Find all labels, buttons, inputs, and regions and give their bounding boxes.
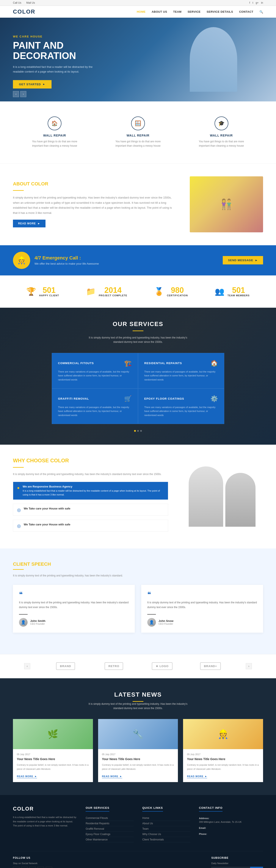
clients-prev-arrow: ‹ bbox=[24, 663, 30, 669]
social-facebook[interactable]: f bbox=[249, 1, 250, 4]
author-info-1: John Smith CEO Founder bbox=[30, 619, 46, 625]
nav-team[interactable]: TEAM bbox=[173, 10, 182, 13]
news-read-more-1[interactable]: READ MORE ► bbox=[17, 775, 37, 778]
hero-tag: WE CARE HOUSE bbox=[13, 35, 125, 38]
footer-link-home[interactable]: Home bbox=[142, 815, 190, 821]
why-item-1[interactable]: ● We are Responsive Business Agency It i… bbox=[13, 482, 168, 500]
footer-service-item-1[interactable]: Commercial Fitouts bbox=[86, 815, 134, 821]
stat-number-2: 2014 bbox=[99, 286, 127, 294]
emergency-subtitle: We offer the best advice to make your li… bbox=[34, 262, 99, 265]
why-item-2[interactable]: ◎ We Take care your House with safe bbox=[13, 504, 168, 516]
service-card-1: COMMERCIAL FITOUTS 🏗️ There are many var… bbox=[52, 353, 138, 389]
logo[interactable]: COLOR bbox=[13, 8, 35, 15]
nav-contact[interactable]: CONTACT bbox=[239, 10, 253, 13]
service-card-icon-4: ⚙️ bbox=[211, 395, 218, 402]
clients-prev-button[interactable]: ‹ bbox=[24, 663, 30, 669]
social-linkedin[interactable]: in bbox=[261, 1, 263, 4]
social-google[interactable]: g+ bbox=[256, 1, 259, 4]
stat-number-4: 501 bbox=[227, 286, 249, 294]
footer: COLOR It is a long established fact that… bbox=[0, 795, 276, 868]
stat-item-1: 🏆 501 HAPPY CLIENT bbox=[26, 286, 59, 297]
news-card-1: 🌿 05 July 2017 Your News Title Goes Here… bbox=[13, 719, 93, 782]
hero-next-button[interactable]: › bbox=[20, 91, 26, 97]
footer-contact-title: CONTACT INFO bbox=[199, 806, 223, 812]
author-name-1: John Smith bbox=[30, 619, 46, 622]
news-excerpt-1: Contrary to popular belief, is not simpl… bbox=[17, 763, 89, 771]
quote-icon-2: ❝ bbox=[147, 591, 257, 598]
nav-service-details[interactable]: SERVICE DETAILS bbox=[206, 10, 233, 13]
footer-link-clients[interactable]: Client Testimonials bbox=[142, 837, 190, 842]
clients-logos: ‹ BRAND RETRO ★ LOGO BRAND+ › bbox=[0, 654, 276, 678]
search-icon[interactable]: 🔍 bbox=[259, 10, 263, 13]
author-name-2: John Snow bbox=[159, 619, 173, 622]
social-youtube-footer[interactable]: yt bbox=[46, 867, 52, 868]
latest-news-header: LATEST NEWS It is simply dummy text of t… bbox=[13, 691, 263, 711]
dot-1[interactable] bbox=[134, 430, 136, 432]
news-title-1: Your News Title Goes Here bbox=[17, 757, 89, 761]
footer-service-item-4[interactable]: Epoxy Floor Coatings bbox=[86, 832, 134, 837]
service-icon-2: 🪟 bbox=[131, 117, 145, 130]
social-twitter-footer[interactable]: t bbox=[21, 867, 28, 868]
testimonials-section: CLIENT SPEECH It is simply dummy text of… bbox=[0, 549, 276, 654]
stat-number-1: 501 bbox=[39, 286, 59, 294]
footer-follow-section: Follow Us Stay on Social Network f t g+ … bbox=[13, 856, 52, 868]
footer-service-item-5[interactable]: Other Maintenance bbox=[86, 837, 134, 842]
author-avatar-2: 👤 bbox=[147, 618, 156, 627]
social-facebook-footer[interactable]: f bbox=[13, 867, 20, 868]
news-content-3: 05 July 2017 Your News Title Goes Here C… bbox=[183, 749, 263, 782]
header: COLOR HOME ABOUT US TEAM SERVICE SERVICE… bbox=[0, 6, 276, 18]
social-google-footer[interactable]: g+ bbox=[29, 867, 36, 868]
news-read-more-2[interactable]: READ MORE ► bbox=[102, 775, 122, 778]
service-card-header-1: COMMERCIAL FITOUTS 🏗️ bbox=[58, 360, 132, 367]
stat-text-2: 2014 PROJECT COMPLETE bbox=[99, 286, 127, 297]
client-logo-shape-1: BRAND bbox=[56, 662, 75, 670]
social-linkedin-footer[interactable]: in bbox=[37, 867, 44, 868]
nav-about[interactable]: ABOUT US bbox=[151, 10, 167, 13]
newsletter-subscribe-button[interactable]: JOIN bbox=[250, 867, 263, 868]
hero-description: It is a long established fact that a rea… bbox=[13, 65, 95, 74]
service-card-desc-3: There are many variations of passages of… bbox=[58, 405, 132, 417]
footer-address-label: Address: bbox=[199, 817, 210, 819]
mail-us-label: Mail Us bbox=[26, 1, 35, 4]
emergency-worker-icon: 👷 bbox=[13, 252, 30, 269]
news-date-1: 05 July 2017 bbox=[17, 753, 89, 755]
dot-2[interactable] bbox=[137, 430, 139, 432]
footer-service-item-2[interactable]: Residential Repaints bbox=[86, 821, 134, 826]
clients-next-button[interactable]: › bbox=[246, 663, 252, 669]
news-content-2: 05 July 2017 Your News Title Goes Here C… bbox=[98, 749, 178, 782]
why-item-3[interactable]: ◎ We Take care your House with safe bbox=[13, 520, 168, 532]
news-read-more-3[interactable]: READ MORE ► bbox=[187, 775, 207, 778]
about-content: ABOUT COLOR It simply dummy text of the … bbox=[13, 181, 177, 227]
service-card-header-4: EPOXY FLOOR COATINGS ⚙️ bbox=[144, 395, 218, 402]
footer-link-team[interactable]: Team bbox=[142, 826, 190, 832]
footer-logo[interactable]: COLOR bbox=[13, 806, 77, 812]
latest-news-section: LATEST NEWS It is simply dummy text of t… bbox=[0, 678, 276, 795]
hero-prev-button[interactable]: ‹ bbox=[13, 91, 19, 97]
stat-icon-4: 👥 bbox=[215, 287, 224, 296]
hero-cta-button[interactable]: GET STARTED ► bbox=[13, 80, 52, 89]
social-twitter[interactable]: t bbox=[252, 1, 253, 4]
why-item-icon-1: ● bbox=[17, 485, 20, 490]
footer-service-item-3[interactable]: Graffiti Removal bbox=[86, 826, 134, 832]
call-us-label: Call Us bbox=[13, 1, 21, 4]
footer-email-label: Email: bbox=[199, 827, 206, 829]
nav-home[interactable]: HOME bbox=[137, 10, 145, 13]
news-date-3: 05 July 2017 bbox=[187, 753, 259, 755]
about-heading: ABOUT COLOR bbox=[13, 181, 177, 187]
stat-item-4: 👥 501 TEAM MEMBERS bbox=[215, 286, 249, 297]
why-content: WHY CHOOSE COLOR It is simply dummy text… bbox=[13, 458, 168, 536]
emergency-arrow-icon: ► bbox=[255, 258, 258, 262]
about-read-more-button[interactable]: READ MORE ► bbox=[13, 220, 46, 227]
service-icon-desc-2: You have got things to do that are more … bbox=[114, 139, 162, 148]
dot-3[interactable] bbox=[140, 430, 142, 432]
nav-service[interactable]: SERVICE bbox=[188, 10, 200, 13]
footer-newsletter-section: Subscribe Daily Newsletter JOIN bbox=[211, 856, 263, 868]
footer-link-why[interactable]: Why Choose Us bbox=[142, 832, 190, 837]
service-icon-title-3: WALL REPAIR bbox=[198, 134, 245, 137]
emergency-cta-button[interactable]: SEND MESSAGE ► bbox=[223, 256, 263, 265]
client-logo-4: BRAND+ bbox=[197, 661, 223, 672]
footer-link-about[interactable]: About Us bbox=[142, 821, 190, 826]
newsletter-email-input[interactable] bbox=[211, 867, 250, 868]
top-bar-social: f t g+ in bbox=[248, 1, 263, 4]
client-logo-2: RETRO bbox=[101, 661, 127, 672]
